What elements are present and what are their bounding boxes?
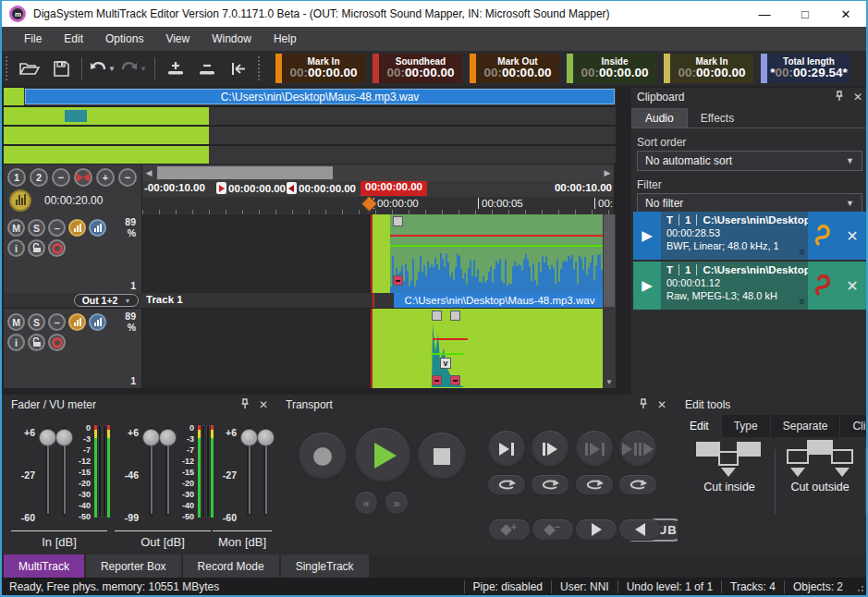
record-button[interactable] (299, 433, 347, 481)
clip-fade-handle[interactable] (450, 311, 460, 321)
clip-v-handle[interactable]: v (440, 358, 451, 369)
sort-order-select[interactable]: No automatic sort▼ (637, 151, 862, 171)
save-button[interactable] (45, 55, 77, 81)
menu-options[interactable]: Options (94, 27, 154, 51)
track1-lane[interactable] (142, 214, 616, 293)
maximize-button[interactable]: □ (785, 1, 825, 27)
fader-knob-left[interactable] (142, 429, 160, 446)
tracks-vertical-scrollbar[interactable]: ▼ (603, 214, 616, 388)
tab-clip-in[interactable]: Clip & In (840, 415, 868, 437)
entry-prelisten-button[interactable] (808, 212, 838, 260)
track2-minimize-button[interactable]: − (48, 313, 66, 331)
add-marker-button[interactable]: + (489, 519, 530, 540)
clip-gain-handle[interactable] (432, 375, 442, 385)
track1-minimize-button[interactable]: − (48, 219, 66, 237)
minimize-button[interactable]: — (744, 1, 785, 27)
track2-meter-orange-button[interactable] (68, 313, 86, 331)
stop-button[interactable] (418, 433, 466, 481)
clipboard-entry-1[interactable]: ▶ T1C:\Users\nin\Desktop\ 00:00:28.53 BW… (633, 212, 866, 260)
next-marker-button[interactable] (576, 519, 617, 540)
fader-knob-right[interactable] (159, 429, 177, 446)
menu-help[interactable]: Help (263, 27, 308, 51)
tab-record-mode[interactable]: Record Mode (183, 554, 279, 578)
entry-remove-button[interactable]: ✕ (838, 262, 866, 310)
close-button[interactable]: ✕ (825, 1, 866, 27)
zoom-out-timeline-button[interactable]: − (118, 168, 137, 187)
zoom-in-timeline-button[interactable]: + (96, 168, 115, 187)
fader-knob-left[interactable] (39, 429, 56, 446)
timeline-scrollbar[interactable]: ◀ ▶ (142, 164, 614, 181)
play-button[interactable] (355, 428, 410, 483)
track1-meter-blue-button[interactable] (89, 219, 106, 237)
toolbar-grip[interactable] (6, 56, 10, 80)
remove-marker-button[interactable]: − (532, 519, 573, 540)
resize-grip[interactable] (851, 578, 866, 596)
timeline-ruler-markers[interactable]: -00:00:10.00 00:00:00.00 00:00:00.00 00:… (142, 181, 614, 197)
tab-effects[interactable]: Effects (688, 108, 747, 128)
clip-volume-line[interactable] (433, 338, 468, 340)
track2-lock-button[interactable] (28, 334, 45, 351)
menu-view[interactable]: View (154, 27, 201, 51)
clip-pan-line[interactable] (431, 353, 464, 355)
track2-lane[interactable]: v (142, 309, 616, 388)
menu-edit[interactable]: Edit (53, 27, 94, 51)
track1-meter-orange-button[interactable] (68, 219, 86, 237)
zoom-out-button[interactable] (191, 55, 223, 81)
zoom-in-button[interactable] (160, 55, 191, 81)
undo-button[interactable]: ▼ (87, 55, 118, 81)
track1-lock-button[interactable] (28, 239, 45, 257)
loop-button-2[interactable] (532, 475, 568, 494)
nudge-left-button[interactable]: « (355, 492, 377, 514)
goto-start-button[interactable] (223, 55, 254, 81)
pin-icon[interactable] (639, 398, 648, 411)
open-file-button[interactable] (14, 55, 45, 81)
track1-clip-filename-bar[interactable]: C:\Users\nin\Desktop\Maus-48.mp3.wav (394, 293, 605, 308)
fader-knob-left[interactable] (240, 429, 258, 446)
track1-output-select[interactable]: Out 1+2▼ (74, 294, 139, 307)
play-to-mark-button[interactable] (488, 431, 525, 468)
play-around-marks-button[interactable] (619, 431, 656, 468)
prev-marker-button[interactable] (619, 519, 660, 540)
clip-fade-handle[interactable] (432, 311, 442, 321)
entry-remove-button[interactable]: ✕ (838, 212, 866, 260)
redo-button[interactable]: ▼ (118, 55, 150, 81)
overview-file-bar[interactable]: C:\Users\nin\Desktop\Maus-48.mp3.wav (25, 89, 615, 104)
zoom-preset-1-button[interactable]: 1 (7, 168, 26, 187)
overview-row-2[interactable] (4, 107, 616, 125)
menu-file[interactable]: File (13, 27, 53, 51)
scrollbar-thumb[interactable] (157, 166, 333, 179)
track2-solo-button[interactable]: S (28, 313, 45, 331)
tab-audio[interactable]: Audio (631, 108, 688, 128)
waveform-zoom-button[interactable] (9, 189, 31, 212)
clipboard-entry-2[interactable]: ▶ T1C:\Users\nin\Desktop\ 00:00:01.12 Ra… (633, 262, 866, 310)
tab-reporter-box[interactable]: Reporter Box (86, 554, 181, 578)
overview-row-4[interactable] (4, 146, 616, 164)
clip-fade-handle[interactable] (393, 216, 403, 226)
loop-button-1[interactable] (488, 475, 525, 494)
close-panel-icon[interactable]: ✕ (657, 398, 666, 411)
overview-row-3[interactable] (4, 127, 616, 144)
zoom-preset-2-button[interactable]: 2 (30, 168, 48, 187)
track1-info-button[interactable]: i (7, 239, 25, 257)
close-panel-icon[interactable]: ✕ (853, 91, 862, 104)
entry-play-button[interactable]: ▶ (633, 262, 661, 310)
collapse-button[interactable]: − (52, 168, 70, 187)
track2-mute-button[interactable]: M (7, 313, 25, 331)
tab-multitrack[interactable]: MultiTrack (4, 554, 84, 578)
collapse-chevron-icon[interactable]: « (796, 298, 808, 305)
pin-icon[interactable] (835, 91, 844, 104)
pin-icon[interactable] (240, 398, 250, 411)
cut-outside-button[interactable]: Cut outside (777, 438, 862, 523)
marker-in[interactable]: 00:00:00.00 (216, 182, 286, 194)
play-between-marks-button[interactable] (576, 431, 613, 468)
cut-inside-button[interactable]: Cut inside (687, 438, 772, 523)
menu-window[interactable]: Window (201, 27, 263, 51)
play-from-mark-button[interactable] (532, 431, 568, 468)
timeline-ruler-ticks[interactable]: 00:00:00 00:00:05 00: (142, 197, 614, 214)
filter-select[interactable]: No filter▼ (637, 193, 862, 213)
overview-row-1[interactable]: C:\Users\nin\Desktop\Maus-48.mp3.wav (4, 88, 616, 105)
track2-info-button[interactable]: i (7, 334, 25, 351)
nudge-right-button[interactable]: » (385, 492, 408, 514)
clip-pan-line[interactable] (390, 245, 604, 247)
fader-knob-right[interactable] (257, 429, 275, 446)
